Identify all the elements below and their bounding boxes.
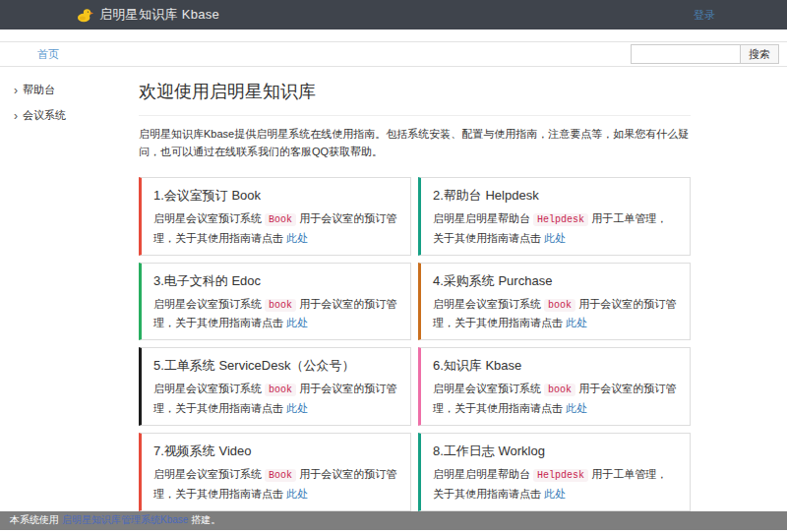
spacer xyxy=(0,30,787,41)
card-text: 启明星会议室预订系统 xyxy=(153,212,262,224)
toolbar: 首页 搜索 xyxy=(0,41,787,67)
here-link[interactable]: 此处 xyxy=(566,402,587,414)
code-chip: Helpdesk xyxy=(533,469,588,482)
duck-logo-icon xyxy=(77,8,93,23)
card-grid: 1.会议室预订 Book 启明星会议室预订系统 Book 用于会议室的预订管理，… xyxy=(139,177,691,511)
card-title: 1.会议室预订 Book xyxy=(153,187,398,205)
card-edoc: 3.电子文科的 Edoc 启明星会议室预订系统 book 用于会议室的预订管理，… xyxy=(139,263,411,341)
card-text: 启明星启明星帮助台 xyxy=(433,468,530,480)
card-book: 1.会议室预订 Book 启明星会议室预订系统 Book 用于会议室的预订管理，… xyxy=(139,177,411,256)
footer-text: 本系统使用 xyxy=(10,513,59,527)
here-link[interactable]: 此处 xyxy=(286,402,308,414)
intro-paragraph: 启明星知识库Kbase提供启明星系统在线使用指南。包括系统安装、配置与使用指南，… xyxy=(139,126,691,160)
card-title: 2.帮助台 Helpdesk xyxy=(433,187,678,205)
search-button[interactable]: 搜索 xyxy=(741,44,779,64)
card-body: 启明星启明星帮助台 Helpdesk 用于工单管理， 关于其使用指南请点击 此处 xyxy=(433,465,678,502)
footer-text: 搭建。 xyxy=(191,513,220,527)
here-link[interactable]: 此处 xyxy=(544,232,566,244)
login-link[interactable]: 登录 xyxy=(694,8,715,23)
home-link[interactable]: 首页 xyxy=(37,47,59,62)
sidebar-item-meeting[interactable]: › 会议系统 xyxy=(14,108,139,123)
app-title: 启明星知识库 Kbase xyxy=(99,6,219,24)
card-text: 启明星会议室预订系统 xyxy=(433,298,541,310)
card-title: 6.知识库 Kbase xyxy=(433,357,678,375)
card-body: 启明星会议室预订系统 book 用于会议室的预订管理，关于其使用指南请点击 此处 xyxy=(433,380,678,417)
card-body: 启明星会议室预订系统 Book 用于会议室的预订管理，关于其使用指南请点击 此处 xyxy=(153,465,398,502)
card-servicedesk: 5.工单系统 ServiceDesk（公众号） 启明星会议室预订系统 book … xyxy=(139,347,411,426)
code-chip: book xyxy=(544,299,575,312)
search-input[interactable] xyxy=(631,44,741,64)
code-chip: book xyxy=(544,384,575,396)
card-body: 启明星会议室预订系统 book 用于会议室的预订管理，关于其使用指南请点击 此处 xyxy=(153,380,398,417)
card-text: 启明星会议室预订系统 xyxy=(153,298,262,310)
sidebar-item-helpdesk[interactable]: › 帮助台 xyxy=(14,83,139,97)
here-link[interactable]: 此处 xyxy=(286,488,308,500)
here-link[interactable]: 此处 xyxy=(566,317,587,328)
code-chip: Helpdesk xyxy=(533,213,588,226)
main-content: 欢迎使用启明星知识库 启明星知识库Kbase提供启明星系统在线使用指南。包括系统… xyxy=(139,67,691,511)
card-text: 启明星会议室预订系统 xyxy=(433,383,541,394)
sidebar-item-label: 会议系统 xyxy=(23,108,66,123)
card-text: 启明星会议室预订系统 xyxy=(153,383,262,394)
divider xyxy=(139,115,691,116)
card-text: 启明星启明星帮助台 xyxy=(433,212,530,224)
card-body: 启明星会议室预订系统 Book 用于会议室的预订管理，关于其使用指南请点击 此处 xyxy=(153,209,398,247)
card-body: 启明星会议室预订系统 book 用于会议室的预订管理，关于其使用指南请点击 此处 xyxy=(153,295,398,332)
search-group: 搜索 xyxy=(631,44,779,64)
here-link[interactable]: 此处 xyxy=(286,317,308,328)
card-title: 3.电子文科的 Edoc xyxy=(153,272,398,290)
card-video: 7.视频系统 Video 启明星会议室预订系统 Book 用于会议室的预订管理，… xyxy=(139,433,411,511)
top-navbar: 启明星知识库 Kbase 登录 xyxy=(0,0,787,30)
footer: 本系统使用 启明星知识库管理系统Kbase 搭建。 xyxy=(0,511,787,530)
sidebar: › 帮助台 › 会议系统 xyxy=(0,67,139,134)
code-chip: book xyxy=(265,299,296,312)
page-title: 欢迎使用启明星知识库 xyxy=(139,80,691,103)
chevron-right-icon: › xyxy=(14,85,18,96)
code-chip: Book xyxy=(265,469,296,482)
chevron-right-icon: › xyxy=(14,110,18,122)
footer-kbase-link[interactable]: 启明星知识库管理系统Kbase xyxy=(62,513,188,527)
here-link[interactable]: 此处 xyxy=(544,488,566,500)
card-text: 启明星会议室预订系统 xyxy=(153,468,262,480)
card-purchase: 4.采购系统 Purchase 启明星会议室预订系统 book 用于会议室的预订… xyxy=(418,263,691,341)
here-link[interactable]: 此处 xyxy=(286,232,308,244)
card-body: 启明星启明星帮助台 Helpdesk 用于工单管理， 关于其使用指南请点击 此处 xyxy=(433,209,678,247)
card-title: 7.视频系统 Video xyxy=(153,443,398,460)
brand: 启明星知识库 Kbase xyxy=(77,6,219,24)
card-body: 启明星会议室预订系统 book 用于会议室的预订管理，关于其使用指南请点击 此处 xyxy=(433,295,678,332)
code-chip: Book xyxy=(265,213,296,226)
code-chip: book xyxy=(265,384,296,396)
card-helpdesk: 2.帮助台 Helpdesk 启明星启明星帮助台 Helpdesk 用于工单管理… xyxy=(418,177,691,256)
card-title: 4.采购系统 Purchase xyxy=(433,272,678,290)
card-title: 8.工作日志 Worklog xyxy=(433,443,678,460)
card-worklog: 8.工作日志 Worklog 启明星启明星帮助台 Helpdesk 用于工单管理… xyxy=(418,433,691,511)
content-area: › 帮助台 › 会议系统 欢迎使用启明星知识库 启明星知识库Kbase提供启明星… xyxy=(0,67,787,511)
sidebar-item-label: 帮助台 xyxy=(23,83,55,97)
card-title: 5.工单系统 ServiceDesk（公众号） xyxy=(153,357,398,375)
card-kbase: 6.知识库 Kbase 启明星会议室预订系统 book 用于会议室的预订管理，关… xyxy=(418,347,691,426)
